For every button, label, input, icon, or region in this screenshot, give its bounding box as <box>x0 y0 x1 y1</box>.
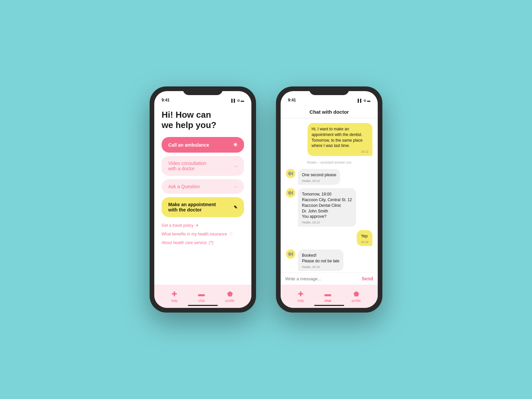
signal-icon-2: ▌▌ <box>358 99 362 102</box>
signal-icon: ▌▌ <box>231 99 236 102</box>
notch-2 <box>309 86 349 95</box>
chat-messages[interactable]: Hi, I want to make an appointment with t… <box>281 118 378 272</box>
assistant-label: Healer – assistant answer you <box>286 161 372 164</box>
health-care-label: About health care service <box>162 240 206 245</box>
travel-policy-link[interactable]: Get a travel policy ✈ <box>162 223 244 228</box>
msg-time-5: Healer, 20:18 <box>302 265 339 269</box>
nav-profile-2[interactable]: ⬟ profile <box>352 290 361 303</box>
plus-icon-2: ✚ <box>298 290 304 298</box>
battery-icon: ▬ <box>241 99 244 102</box>
nav-chat-label-1: chat <box>198 299 204 303</box>
home-screen: Hi! How canwe help you? Call an ambulanc… <box>154 104 251 308</box>
nav-profile-label-1: profile <box>225 299 234 303</box>
profile-icon-2: ⬟ <box>353 290 359 298</box>
ask-question-button[interactable]: Ask a Question → <box>162 179 244 194</box>
video-consult-button[interactable]: Video consultationwith a doctor → <box>162 156 244 176</box>
heart-icon: ♡ <box>229 232 233 236</box>
notch-1 <box>183 86 223 95</box>
msg-time-1: 20:12 <box>312 150 368 154</box>
message-text-5: Booked!Please do not be late <box>302 253 339 263</box>
waveform-icon-3 <box>288 252 293 256</box>
nav-help-label-1: help <box>171 299 178 303</box>
phone-1-screen: 9:41 ▌▌ ⊙ ▬ Hi! How canwe help you? Call… <box>154 91 251 308</box>
plane-icon: ✈ <box>196 223 199 228</box>
phone-2-screen: 9:41 ▌▌ ⊙ ▬ Chat with doctor Hi, I want … <box>281 91 378 308</box>
chat-header: Chat with doctor <box>281 104 378 118</box>
profile-icon-1: ⬟ <box>227 290 233 298</box>
send-label: Send <box>362 276 373 281</box>
status-icons-2: ▌▌ ⊙ ▬ <box>358 99 370 102</box>
message-text-1: Hi, I want to make an appointment with t… <box>312 127 362 148</box>
nav-help-label-2: help <box>298 299 304 303</box>
phone-1: 9:41 ▌▌ ⊙ ▬ Hi! How canwe help you? Call… <box>150 86 256 313</box>
snowflake-icon: ✳ <box>233 142 237 148</box>
appointment-button[interactable]: Make an appointmentwith the doctor ✎ <box>162 197 244 217</box>
msg-time-4: 20:18 <box>361 240 368 244</box>
wifi-icon: ⊙ <box>237 99 240 102</box>
nav-chat-2[interactable]: ▬ chat <box>325 290 332 303</box>
home-content: Hi! How canwe help you? Call an ambulanc… <box>154 104 251 285</box>
battery-icon-2: ▬ <box>367 99 370 102</box>
home-title: Hi! How canwe help you? <box>162 110 244 130</box>
chat-icon-1: ▬ <box>198 290 205 298</box>
chat-title: Chat with doctor <box>287 109 371 115</box>
message-text-3: Tomorrow, 19:00Raccoon City, Central St.… <box>302 192 352 219</box>
message-input[interactable] <box>285 276 358 281</box>
ambulance-label: Call an ambulance <box>168 142 209 148</box>
message-received-3-wrap: Booked!Please do not be late Healer, 20:… <box>286 249 372 271</box>
healer-avatar-1 <box>286 169 295 178</box>
message-received-2-wrap: Tomorrow, 19:00Raccoon City, Central St.… <box>286 188 372 227</box>
healer-avatar-2 <box>286 188 295 198</box>
message-received-2: Tomorrow, 19:00Raccoon City, Central St.… <box>298 188 356 227</box>
arrow-right-icon: → <box>233 164 237 169</box>
chat-input-bar: Send <box>281 272 378 285</box>
msg-time-2: Healer, 20:13 <box>302 179 336 183</box>
edit-icon: ✎ <box>234 205 237 210</box>
nav-help-1[interactable]: ✚ help <box>171 290 178 303</box>
message-text-2: One second please <box>302 173 336 177</box>
nav-help-2[interactable]: ✚ help <box>298 290 304 303</box>
video-consult-label: Video consultationwith a doctor <box>168 161 206 171</box>
message-received-1-wrap: One second please Healer, 20:13 <box>286 169 372 185</box>
travel-policy-label: Get a travel policy <box>162 223 194 228</box>
plus-icon-1: ✚ <box>172 290 177 298</box>
message-sent-2: Yep 20:18 <box>357 230 372 246</box>
nav-profile-1[interactable]: ⬟ profile <box>225 290 234 303</box>
wifi-icon-2: ⊙ <box>363 99 366 102</box>
arrow-right-icon-2: → <box>233 184 237 189</box>
bottom-nav-1: ✚ help ▬ chat ⬟ profile <box>154 285 251 308</box>
ambulance-button[interactable]: Call an ambulance ✳ <box>162 137 244 153</box>
bottom-nav-2: ✚ help ▬ chat ⬟ profile <box>281 285 378 308</box>
message-text-4: Yep <box>361 234 367 238</box>
health-insurance-label: What benefits in my health insurance <box>162 232 227 236</box>
status-time-2: 9:41 <box>288 98 296 102</box>
question-icon: (?) <box>208 240 213 245</box>
healer-avatar-3 <box>286 249 295 259</box>
message-sent-1: Hi, I want to make an appointment with t… <box>308 123 372 156</box>
health-care-link[interactable]: About health care service (?) <box>162 240 244 245</box>
status-time-1: 9:41 <box>162 98 170 102</box>
health-insurance-link[interactable]: What benefits in my health insurance ♡ <box>162 232 244 236</box>
nav-chat-1[interactable]: ▬ chat <box>198 290 205 303</box>
nav-profile-label-2: profile <box>352 299 361 303</box>
ask-question-label: Ask a Question <box>168 184 200 189</box>
appointment-label: Make an appointmentwith the doctor <box>168 202 216 212</box>
waveform-icon-2 <box>288 191 293 195</box>
msg-time-3: Healer, 20:13 <box>302 220 352 225</box>
message-received-1: One second please Healer, 20:13 <box>298 169 340 185</box>
status-icons-1: ▌▌ ⊙ ▬ <box>231 99 244 102</box>
waveform-icon-1 <box>288 171 293 176</box>
chat-icon-2: ▬ <box>325 290 331 298</box>
chat-screen: Chat with doctor Hi, I want to make an a… <box>281 104 378 308</box>
send-button[interactable]: Send <box>362 276 373 281</box>
message-received-3: Booked!Please do not be late Healer, 20:… <box>298 249 343 271</box>
phone-2: 9:41 ▌▌ ⊙ ▬ Chat with doctor Hi, I want … <box>276 86 382 313</box>
nav-chat-label-2: chat <box>325 299 332 303</box>
